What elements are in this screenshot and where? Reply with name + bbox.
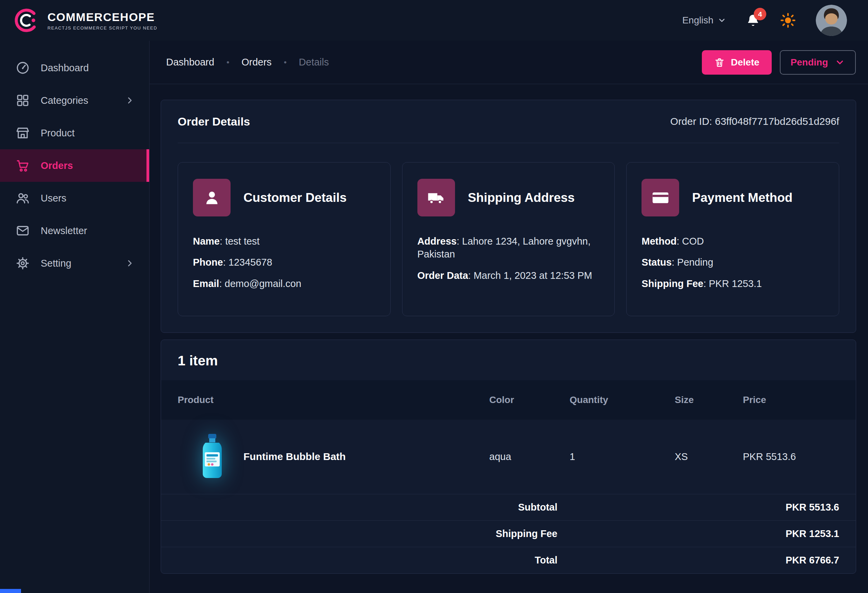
field-value: test test bbox=[225, 236, 260, 247]
page-actions: Delete Pending bbox=[702, 50, 856, 75]
brand-text: COMMERCEHOPE REACTJS ECOMMERCE SCRIPT YO… bbox=[47, 10, 157, 31]
order-date-line: Order Data: March 1, 2023 at 12:53 PM bbox=[418, 269, 600, 282]
field-label: Name bbox=[193, 236, 220, 247]
customer-card-header: Customer Details bbox=[193, 179, 375, 216]
sidebar-item-product[interactable]: Product bbox=[0, 117, 149, 149]
total-value: PKR 6766.7 bbox=[557, 555, 839, 566]
subtotal-label: Subtotal bbox=[178, 502, 557, 513]
user-avatar[interactable] bbox=[816, 5, 847, 36]
subtotal-value: PKR 5513.6 bbox=[557, 502, 839, 513]
breadcrumb-separator: • bbox=[226, 58, 229, 67]
chevron-right-icon bbox=[125, 95, 135, 105]
brand-name: COMMERCEHOPE bbox=[47, 10, 157, 24]
shipping-fee-row: Shipping Fee PKR 1253.1 bbox=[161, 521, 856, 547]
separator: : bbox=[703, 278, 709, 289]
sidebar-item-setting[interactable]: Setting bbox=[0, 247, 149, 279]
separator: : bbox=[219, 278, 224, 289]
bottom-left-accent-bar bbox=[0, 589, 21, 593]
subtotal-row: Subtotal PKR 5513.6 bbox=[161, 494, 856, 521]
order-details-card: Order Details Order ID: 63ff048f7717bd26… bbox=[161, 100, 856, 333]
breadcrumb: Dashboard • Orders • Details bbox=[166, 57, 329, 68]
gear-icon bbox=[16, 256, 30, 271]
field-value: March 1, 2023 at 12:53 PM bbox=[474, 270, 592, 281]
status-dropdown[interactable]: Pending bbox=[780, 50, 856, 75]
order-detail-grid: Customer Details Name: test test Phone: … bbox=[178, 162, 839, 316]
avatar-image bbox=[816, 5, 847, 36]
customer-email-line: Email: demo@gmail.con bbox=[193, 277, 375, 290]
total-row: Total PKR 6766.7 bbox=[161, 547, 856, 573]
items-count-title: 1 item bbox=[161, 340, 856, 380]
breadcrumb-details: Details bbox=[299, 57, 329, 68]
customer-phone-line: Phone: 12345678 bbox=[193, 256, 375, 269]
payment-status-line: Status: Pending bbox=[642, 256, 824, 269]
commercehope-logo-icon bbox=[13, 7, 39, 33]
notifications-button[interactable]: 4 bbox=[746, 13, 760, 28]
cart-icon bbox=[16, 158, 30, 173]
customer-card-lines: Name: test test Phone: 12345678 Email: d… bbox=[193, 235, 375, 290]
theme-toggle[interactable] bbox=[780, 12, 796, 28]
gauge-icon bbox=[16, 61, 30, 75]
breadcrumb-dashboard[interactable]: Dashboard bbox=[166, 57, 214, 68]
separator: : bbox=[676, 236, 682, 247]
trash-icon bbox=[714, 57, 725, 68]
field-label: Phone bbox=[193, 257, 223, 268]
grid-icon bbox=[16, 93, 30, 108]
order-items-card: 1 item Product Color Quantity Size Price bbox=[161, 340, 856, 574]
table-row: Funtime Bubble Bath aqua 1 XS PKR 5513.6 bbox=[161, 420, 856, 494]
items-table-header: Product Color Quantity Size Price bbox=[161, 380, 856, 420]
product-name: Funtime Bubble Bath bbox=[244, 451, 346, 462]
shipping-fee-label: Shipping Fee bbox=[178, 528, 557, 540]
customer-details-card: Customer Details Name: test test Phone: … bbox=[178, 162, 391, 316]
shipping-card-title: Shipping Address bbox=[468, 191, 575, 205]
sidebar-item-label: Setting bbox=[41, 258, 71, 269]
product-cell: Funtime Bubble Bath bbox=[178, 434, 489, 479]
sidebar-item-dashboard[interactable]: Dashboard bbox=[0, 52, 149, 84]
delete-button[interactable]: Delete bbox=[702, 50, 772, 75]
field-label: Method bbox=[642, 236, 676, 247]
separator: : bbox=[223, 257, 229, 268]
sidebar-item-label: Categories bbox=[41, 95, 88, 106]
customer-name-line: Name: test test bbox=[193, 235, 375, 248]
sidebar-item-users[interactable]: Users bbox=[0, 182, 149, 214]
page-header: Dashboard • Orders • Details Delete Pend… bbox=[149, 41, 868, 84]
shipping-address-line: Address: Lahore 1234, Lahore gvgvhn, Pak… bbox=[418, 235, 600, 261]
breadcrumb-orders[interactable]: Orders bbox=[241, 57, 272, 68]
content-area: Order Details Order ID: 63ff048f7717bd26… bbox=[149, 84, 868, 574]
column-product: Product bbox=[178, 395, 489, 405]
breadcrumb-separator: • bbox=[284, 58, 286, 67]
sidebar-item-newsletter[interactable]: Newsletter bbox=[0, 214, 149, 247]
sidebar-item-label: Users bbox=[41, 193, 66, 204]
main-content: Dashboard • Orders • Details Delete Pend… bbox=[149, 41, 868, 593]
order-id-value: 63ff048f7717bd26d51d296f bbox=[715, 116, 840, 127]
language-label: English bbox=[682, 15, 713, 26]
status-dropdown-label: Pending bbox=[791, 57, 828, 68]
order-card-header: Order Details Order ID: 63ff048f7717bd26… bbox=[178, 100, 839, 143]
shipping-fee-value: PKR 1253.1 bbox=[557, 528, 839, 540]
column-color: Color bbox=[489, 395, 570, 405]
credit-card-icon bbox=[642, 179, 679, 216]
shipping-card-lines: Address: Lahore 1234, Lahore gvgvhn, Pak… bbox=[418, 235, 600, 282]
order-details-title: Order Details bbox=[178, 115, 250, 128]
payment-card-lines: Method: COD Status: Pending Shipping Fee… bbox=[642, 235, 824, 290]
separator: : bbox=[220, 236, 225, 247]
separator: : bbox=[672, 257, 677, 268]
shipping-fee-line: Shipping Fee: PKR 1253.1 bbox=[642, 277, 824, 290]
language-selector[interactable]: English bbox=[682, 15, 726, 26]
sidebar-item-categories[interactable]: Categories bbox=[0, 84, 149, 117]
payment-card-header: Payment Method bbox=[642, 179, 824, 216]
brand: COMMERCEHOPE REACTJS ECOMMERCE SCRIPT YO… bbox=[13, 7, 157, 33]
column-quantity: Quantity bbox=[570, 395, 675, 405]
order-id: Order ID: 63ff048f7717bd26d51d296f bbox=[670, 116, 839, 127]
separator: : bbox=[457, 236, 462, 247]
field-label: Status bbox=[642, 257, 672, 268]
chevron-right-icon bbox=[125, 258, 135, 268]
sidebar-item-orders[interactable]: Orders bbox=[0, 149, 149, 182]
envelope-icon bbox=[16, 223, 30, 238]
sidebar-item-label: Newsletter bbox=[41, 225, 87, 237]
sidebar-item-label: Dashboard bbox=[41, 62, 89, 74]
chevron-down-icon bbox=[835, 57, 845, 68]
separator: : bbox=[468, 270, 474, 281]
chevron-down-icon bbox=[717, 16, 726, 25]
field-value: demo@gmail.con bbox=[225, 278, 301, 289]
store-icon bbox=[16, 126, 30, 140]
